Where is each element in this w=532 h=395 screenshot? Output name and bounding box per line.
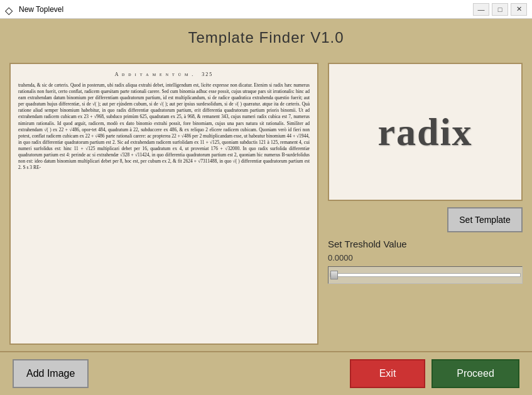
threshold-slider-thumb[interactable] — [330, 271, 338, 279]
window-icon: ◇ — [5, 4, 15, 14]
threshold-label: Set Treshold Value — [328, 239, 523, 249]
template-preview-text: radix — [377, 110, 472, 154]
bottom-right-buttons: Exit Proceed — [350, 359, 519, 388]
document-panel: A d d i t a m e n t ü m . 325 trahenda, … — [9, 63, 318, 345]
title-bar-controls: — □ ✕ — [473, 3, 527, 16]
app-header: Template Finder V1.0 — [0, 19, 532, 57]
template-preview: radix — [328, 63, 523, 201]
add-image-button[interactable]: Add Image — [13, 359, 89, 388]
set-template-button[interactable]: Set Template — [447, 207, 523, 232]
document-body: trahenda, & sic de cæteris. Quod in post… — [18, 82, 310, 171]
title-bar-left: ◇ New Toplevel — [5, 4, 63, 14]
exit-button[interactable]: Exit — [350, 359, 425, 388]
minimize-button[interactable]: — — [473, 3, 489, 16]
document-text-content: A d d i t a m e n t ü m . 325 trahenda, … — [11, 64, 317, 344]
proceed-button[interactable]: Proceed — [432, 359, 519, 388]
threshold-slider-track — [330, 273, 521, 277]
threshold-slider-wrapper — [328, 266, 523, 284]
bottom-bar: Add Image Exit Proceed — [0, 351, 532, 395]
document-title: A d d i t a m e n t ü m . 325 — [18, 72, 310, 78]
main-content: A d d i t a m e n t ü m . 325 trahenda, … — [0, 57, 532, 351]
threshold-section: Set Treshold Value 0.0000 — [328, 239, 523, 284]
threshold-value: 0.0000 — [328, 253, 523, 262]
set-template-row: Set Template — [328, 207, 523, 232]
close-button[interactable]: ✕ — [511, 3, 527, 16]
maximize-button[interactable]: □ — [492, 3, 508, 16]
document-image: A d d i t a m e n t ü m . 325 trahenda, … — [11, 64, 317, 344]
right-panel: radix Set Template Set Treshold Value 0.… — [328, 63, 523, 345]
window-title: New Toplevel — [19, 5, 63, 14]
main-window: ◇ New Toplevel — □ ✕ Template Finder V1.… — [0, 0, 532, 395]
title-bar: ◇ New Toplevel — □ ✕ — [0, 0, 532, 19]
app-title: Template Finder V1.0 — [10, 29, 522, 46]
